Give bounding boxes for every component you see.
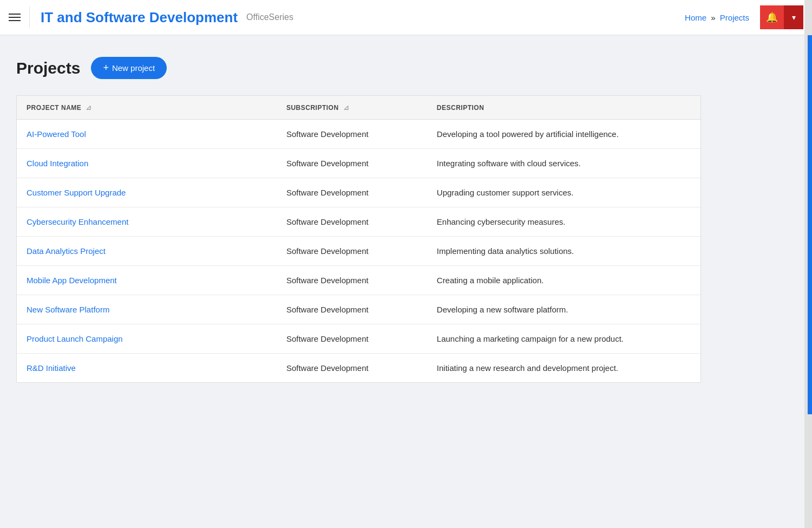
col-header-description: DESCRIPTION — [427, 96, 700, 120]
project-link[interactable]: Cloud Integration — [27, 159, 88, 168]
table-body: AI-Powered ToolSoftware DevelopmentDevel… — [17, 120, 700, 383]
project-link[interactable]: Product Launch Campaign — [27, 334, 123, 343]
table-row: Mobile App DevelopmentSoftware Developme… — [17, 266, 700, 295]
table-row: Cybersecurity EnhancementSoftware Develo… — [17, 207, 700, 237]
subscription-cell: Software Development — [277, 178, 427, 207]
table-row: Cloud IntegrationSoftware DevelopmentInt… — [17, 149, 700, 178]
new-project-button[interactable]: + New project — [91, 57, 167, 79]
description-cell: Implementing data analytics solutions. — [427, 237, 700, 266]
col-header-subscription: SUBSCRIPTION ⊿ — [277, 96, 427, 120]
table-row: Customer Support UpgradeSoftware Develop… — [17, 178, 700, 207]
description-cell: Enhancing cybersecurity measures. — [427, 207, 700, 237]
subscription-cell: Software Development — [277, 237, 427, 266]
scrollbar-thumb[interactable] — [808, 35, 812, 414]
project-link[interactable]: Cybersecurity Enhancement — [27, 217, 128, 226]
col-label-subscription: SUBSCRIPTION — [286, 104, 339, 112]
bell-button[interactable]: 🔔 — [760, 5, 784, 29]
subscription-cell: Software Development — [277, 295, 427, 324]
plus-icon: + — [103, 62, 109, 74]
chevron-down-icon: ▾ — [792, 13, 796, 22]
description-cell: Launching a marketing campaign for a new… — [427, 324, 700, 354]
col-label-project-name: PROJECT NAME — [27, 104, 81, 112]
col-label-description: DESCRIPTION — [437, 104, 484, 112]
table-row: AI-Powered ToolSoftware DevelopmentDevel… — [17, 120, 700, 149]
description-cell: Developing a tool powered by artificial … — [427, 120, 700, 149]
project-link[interactable]: AI-Powered Tool — [27, 129, 86, 139]
project-link[interactable]: New Software Platform — [27, 305, 109, 314]
app-subtitle: OfficeSeries — [246, 12, 293, 22]
table-row: R&D InitiativeSoftware DevelopmentInitia… — [17, 354, 700, 383]
app-title: IT and Software Development — [41, 9, 238, 26]
col-header-project-name: PROJECT NAME ⊿ — [17, 96, 277, 120]
breadcrumb: Home » Projects — [685, 13, 749, 22]
filter-icon-project[interactable]: ⊿ — [86, 103, 92, 112]
new-project-label: New project — [112, 63, 155, 73]
description-cell: Integrating software with cloud services… — [427, 149, 700, 178]
bell-icon: 🔔 — [766, 11, 778, 23]
subscription-cell: Software Development — [277, 324, 427, 354]
menu-icon[interactable] — [9, 14, 21, 21]
page-title: Projects — [16, 59, 80, 77]
description-cell: Initiating a new research and developmen… — [427, 354, 700, 383]
breadcrumb-separator: » — [711, 13, 715, 22]
description-cell: Upgrading customer support services. — [427, 178, 700, 207]
breadcrumb-home[interactable]: Home — [685, 13, 706, 22]
description-cell: Developing a new software platform. — [427, 295, 700, 324]
main-content: Projects + New project PROJECT NAME ⊿ — [0, 35, 715, 399]
table-row: Product Launch CampaignSoftware Developm… — [17, 324, 700, 354]
description-cell: Creating a mobile application. — [427, 266, 700, 295]
table-row: Data Analytics ProjectSoftware Developme… — [17, 237, 700, 266]
breadcrumb-current[interactable]: Projects — [720, 13, 749, 22]
subscription-cell: Software Development — [277, 266, 427, 295]
subscription-cell: Software Development — [277, 149, 427, 178]
subscription-cell: Software Development — [277, 120, 427, 149]
subscription-cell: Software Development — [277, 207, 427, 237]
project-link[interactable]: R&D Initiative — [27, 363, 76, 373]
subscription-cell: Software Development — [277, 354, 427, 383]
header-divider — [29, 6, 30, 28]
filter-icon-subscription[interactable]: ⊿ — [343, 103, 350, 112]
dropdown-button[interactable]: ▾ — [784, 5, 803, 29]
scrollbar-track[interactable] — [804, 0, 812, 528]
page-title-row: Projects + New project — [16, 57, 698, 79]
projects-table-container: PROJECT NAME ⊿ SUBSCRIPTION ⊿ DESCRIPTIO… — [16, 95, 701, 383]
table-header: PROJECT NAME ⊿ SUBSCRIPTION ⊿ DESCRIPTIO… — [17, 96, 700, 120]
app-header: IT and Software Development OfficeSeries… — [0, 0, 812, 35]
project-link[interactable]: Mobile App Development — [27, 276, 117, 285]
projects-table: PROJECT NAME ⊿ SUBSCRIPTION ⊿ DESCRIPTIO… — [17, 96, 700, 382]
project-link[interactable]: Data Analytics Project — [27, 246, 106, 256]
table-row: New Software PlatformSoftware Developmen… — [17, 295, 700, 324]
project-link[interactable]: Customer Support Upgrade — [27, 188, 126, 197]
